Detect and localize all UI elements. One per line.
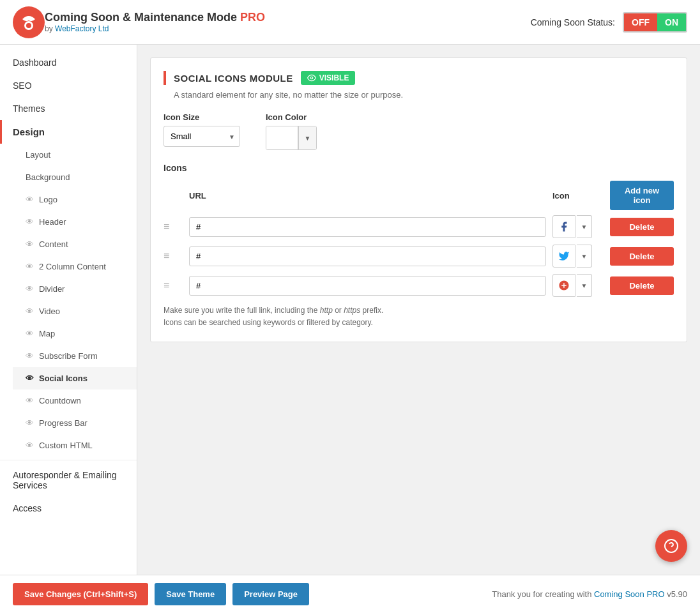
video-eye-icon: 👁 — [26, 306, 34, 316]
custom-html-label: Custom HTML — [39, 441, 93, 450]
visible-badge: VISIBLE — [301, 71, 356, 85]
url-input-2[interactable] — [189, 246, 546, 266]
table-row: ≡ ▼ Delete — [164, 245, 674, 268]
sidebar-item-countdown[interactable]: 👁 Countdown — [13, 390, 137, 412]
sidebar-item-header[interactable]: 👁 Header — [13, 211, 137, 233]
hint-text: Make sure you write the full link, inclu… — [164, 305, 674, 329]
app-header: Coming Soon & Maintenance Mode PRO by We… — [0, 0, 700, 45]
dashboard-label: Dashboard — [13, 57, 57, 68]
coming-soon-pro-link[interactable]: Coming Soon PRO — [594, 589, 665, 599]
sidebar-item-design[interactable]: Design — [0, 120, 137, 144]
status-label: Coming Soon Status: — [531, 17, 615, 27]
drag-handle-3[interactable]: ≡ — [164, 280, 183, 291]
header-eye-icon: 👁 — [26, 217, 34, 227]
icon-column-header: Icon — [552, 191, 604, 201]
color-picker[interactable]: ▼ — [266, 126, 317, 150]
facebook-icon — [552, 215, 575, 238]
divider-eye-icon: 👁 — [26, 284, 34, 294]
module-title: SOCIAL ICONS MODULE — [174, 73, 293, 84]
subscribe-eye-icon: 👁 — [26, 351, 34, 361]
two-column-eye-icon: 👁 — [26, 262, 34, 271]
social-icons-eye-icon: 👁 — [26, 374, 34, 383]
color-dropdown-button[interactable]: ▼ — [298, 126, 316, 149]
app-logo — [13, 6, 45, 38]
content-card: SOCIAL ICONS MODULE VISIBLE A standard e… — [150, 57, 687, 342]
preview-page-button[interactable]: Preview Page — [232, 583, 309, 605]
app-name: Coming Soon & Maintenance Mode PRO — [45, 11, 531, 24]
help-button[interactable] — [655, 530, 687, 562]
header-label: Header — [39, 217, 66, 227]
footer: Save Changes (Ctrl+Shift+S) Save Theme P… — [0, 575, 700, 613]
two-column-label: 2 Column Content — [39, 262, 106, 271]
google-plus-icon — [552, 274, 575, 297]
countdown-eye-icon: 👁 — [26, 396, 34, 405]
sidebar-item-themes[interactable]: Themes — [0, 97, 137, 120]
video-label: Video — [39, 306, 60, 316]
icon-select-2: ▼ — [552, 245, 604, 268]
sidebar-item-two-column[interactable]: 👁 2 Column Content — [13, 255, 137, 278]
drag-handle-2[interactable]: ≡ — [164, 250, 183, 262]
sidebar-item-map[interactable]: 👁 Map — [13, 322, 137, 345]
save-theme-button[interactable]: Save Theme — [155, 583, 226, 605]
themes-label: Themes — [13, 103, 45, 114]
logo-label: Logo — [39, 195, 57, 204]
sidebar-item-divider[interactable]: 👁 Divider — [13, 278, 137, 300]
delete-button-1[interactable]: Delete — [610, 218, 674, 236]
toggle-off[interactable]: OFF — [624, 13, 657, 31]
subscribe-label: Subscribe Form — [39, 351, 98, 361]
color-swatch[interactable] — [266, 126, 298, 149]
sidebar-item-dashboard[interactable]: Dashboard — [0, 51, 137, 74]
sidebar-item-progress-bar[interactable]: 👁 Progress Bar — [13, 412, 137, 434]
icons-label: Icons — [164, 163, 674, 173]
sidebar-item-seo[interactable]: SEO — [0, 74, 137, 97]
url-input-1[interactable] — [189, 217, 546, 237]
sidebar-item-custom-html[interactable]: 👁 Custom HTML — [13, 434, 137, 457]
icon-size-select[interactable]: Small Medium Large — [164, 126, 240, 147]
sidebar-item-autoresponder[interactable]: Autoresponder & Emailing Services — [0, 464, 137, 497]
access-label: Access — [13, 503, 42, 513]
help-icon — [664, 538, 679, 554]
icon-select-arrow-1[interactable]: ▼ — [577, 215, 592, 238]
coming-soon-toggle[interactable]: OFF ON — [623, 12, 687, 33]
sidebar-design-sub: Layout Background 👁 Logo 👁 Header 👁 Cont… — [0, 144, 137, 457]
autoresponder-label: Autoresponder & Emailing Services — [13, 470, 124, 490]
drag-handle-1[interactable]: ≡ — [164, 221, 183, 232]
add-icon-button[interactable]: Add new icon — [610, 181, 674, 210]
design-label: Design — [13, 126, 45, 137]
status-area: Coming Soon Status: OFF ON — [531, 12, 687, 33]
app-title-group: Coming Soon & Maintenance Mode PRO by We… — [45, 11, 531, 33]
svg-point-3 — [310, 77, 313, 79]
layout-label: Layout — [26, 150, 50, 160]
icons-section: Icons URL Icon Add new icon ≡ — [164, 163, 674, 329]
sidebar-item-logo[interactable]: 👁 Logo — [13, 188, 137, 211]
url-column-header: URL — [189, 191, 546, 201]
social-icons-label: Social Icons — [39, 374, 88, 383]
sidebar-divider — [0, 460, 137, 460]
sidebar-item-layout[interactable]: Layout — [13, 144, 137, 166]
save-changes-button[interactable]: Save Changes (Ctrl+Shift+S) — [13, 583, 148, 605]
icon-color-group: Icon Color ▼ — [266, 112, 317, 150]
content-label: Content — [39, 239, 68, 249]
icon-select-arrow-2[interactable]: ▼ — [577, 245, 592, 268]
map-label: Map — [39, 329, 55, 338]
table-row: ≡ ▼ Delete — [164, 274, 674, 297]
delete-button-2[interactable]: Delete — [610, 247, 674, 266]
sidebar-item-social-icons[interactable]: 👁 Social Icons — [13, 367, 137, 390]
company-link[interactable]: WebFactory Ltd — [55, 24, 109, 33]
content-eye-icon: 👁 — [26, 239, 34, 249]
icon-size-select-wrapper: Small Medium Large — [164, 126, 240, 147]
by-line: by WebFactory Ltd — [45, 24, 531, 33]
sidebar-item-content[interactable]: 👁 Content — [13, 233, 137, 255]
toggle-on[interactable]: ON — [657, 13, 686, 31]
progress-bar-label: Progress Bar — [39, 418, 88, 428]
sidebar-item-video[interactable]: 👁 Video — [13, 300, 137, 322]
icon-settings-row: Icon Size Small Medium Large Icon Color … — [164, 112, 674, 150]
sidebar-item-subscribe-form[interactable]: 👁 Subscribe Form — [13, 345, 137, 367]
icon-size-group: Icon Size Small Medium Large — [164, 112, 240, 150]
url-input-3[interactable] — [189, 276, 546, 296]
icon-select-arrow-3[interactable]: ▼ — [577, 274, 592, 297]
countdown-label: Countdown — [39, 396, 81, 405]
delete-button-3[interactable]: Delete — [610, 276, 674, 295]
sidebar-item-access[interactable]: Access — [0, 497, 137, 520]
sidebar-item-background[interactable]: Background — [13, 166, 137, 188]
